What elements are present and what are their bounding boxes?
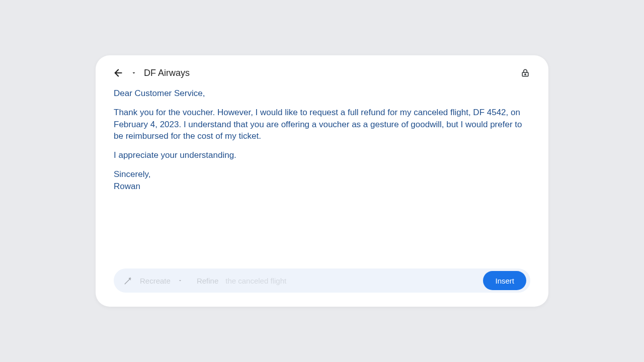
greeting-line: Dear Customer Service, [114,87,530,100]
reply-dropdown[interactable] [131,70,137,76]
compose-card: DF Airways Dear Customer Service, Thank … [96,55,548,307]
paragraph-2: I appreciate your understanding. [114,149,530,161]
compose-title: DF Airways [144,68,190,78]
lock-icon [520,68,530,78]
paragraph-1: Thank you for the voucher. However, I wo… [114,107,530,142]
svg-point-1 [525,74,526,75]
recreate-option[interactable]: Recreate [140,277,171,285]
caret-down-icon [131,70,137,76]
refine-option[interactable]: Refine [197,277,218,285]
sender-name: Rowan [114,182,140,191]
signoff: Sincerely, [114,169,150,179]
ai-input-bar[interactable]: Recreate Refine the canceled flight Inse… [114,268,530,293]
insert-button[interactable]: Insert [483,271,526,290]
compose-header: DF Airways [114,67,530,78]
magic-pen-icon [124,276,133,285]
reply-arrow-icon [114,67,125,78]
caret-down-icon [178,278,183,283]
recreate-dropdown[interactable] [178,278,183,283]
lock-button[interactable] [520,68,530,78]
draft-body[interactable]: Dear Customer Service, Thank you for the… [114,87,530,268]
signoff-block: Sincerely, Rowan [114,168,530,193]
bar-hint-text: the canceled flight [225,277,476,285]
back-button[interactable] [114,67,125,78]
